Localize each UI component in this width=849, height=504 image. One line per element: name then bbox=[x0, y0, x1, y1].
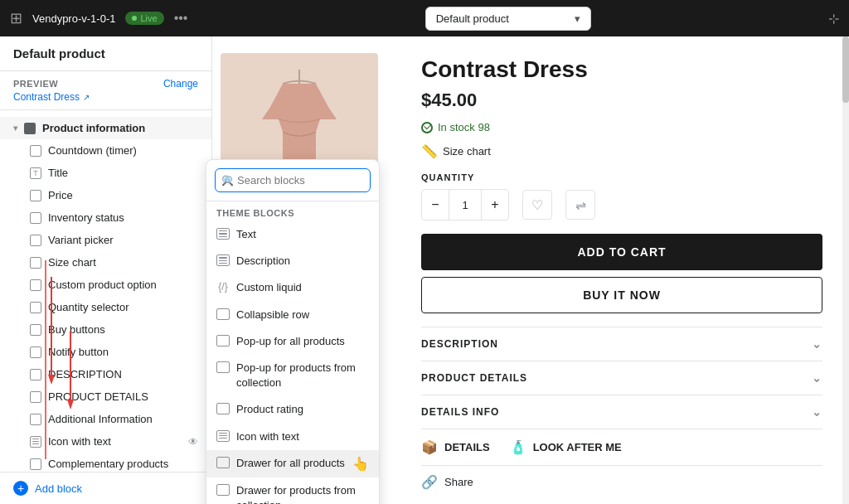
wishlist-button[interactable]: ♡ bbox=[522, 190, 552, 220]
preview-section: PREVIEW Change Contrast Dress ↗ bbox=[0, 71, 211, 110]
item-label: Text bbox=[236, 227, 369, 242]
bracket-icon bbox=[30, 346, 41, 358]
bracket-icon bbox=[30, 190, 41, 201]
sidebar-item-description[interactable]: DESCRIPTION bbox=[0, 363, 211, 385]
look-after-link[interactable]: 🧴 LOOK AFTER ME bbox=[510, 439, 622, 455]
topbar-center: Default product ▾ bbox=[197, 7, 818, 31]
sidebar-item-price[interactable]: Price bbox=[0, 184, 211, 206]
sidebar-item-icon-text[interactable]: Icon with text 👁 bbox=[0, 430, 211, 453]
scroll-indicator[interactable] bbox=[842, 36, 849, 504]
theme-blocks-label: THEME BLOCKS bbox=[206, 201, 379, 221]
dropdown-item-collapsible[interactable]: Collapsible row bbox=[206, 302, 379, 328]
bracket-icon bbox=[216, 403, 230, 414]
sidebar-item-label: DESCRIPTION bbox=[48, 368, 122, 380]
preview-link[interactable]: Contrast Dress ↗ bbox=[13, 91, 198, 103]
details-link[interactable]: 📦 DETAILS bbox=[421, 439, 490, 455]
dropdown-item-custom-liquid[interactable]: {/} Custom liquid bbox=[206, 274, 379, 301]
plus-icon: + bbox=[13, 481, 28, 496]
sidebar-item-label: Custom product option bbox=[48, 279, 157, 291]
topbar: ⊞ Vendypro-v-1-0-1 Live ••• Default prod… bbox=[0, 0, 849, 36]
grid-icon[interactable]: ⊞ bbox=[10, 9, 22, 27]
item-label: Pop-up for products from collection bbox=[236, 361, 369, 390]
lines-icon bbox=[216, 430, 230, 442]
share-icon: 🔗 bbox=[421, 474, 438, 490]
description-accordion: DESCRIPTION ⌄ bbox=[421, 327, 822, 361]
quantity-row: − 1 + ♡ ⇌ bbox=[421, 189, 822, 220]
preview-change-button[interactable]: Change bbox=[163, 78, 198, 90]
bracket-icon bbox=[30, 279, 41, 291]
sidebar-item-size-chart[interactable]: Size chart bbox=[0, 251, 211, 274]
more-dots[interactable]: ••• bbox=[174, 11, 188, 26]
search-blocks-input[interactable] bbox=[215, 168, 371, 192]
sidebar: Default product PREVIEW Change Contrast … bbox=[0, 36, 212, 504]
quantity-value: 1 bbox=[449, 190, 482, 220]
sidebar-item-complementary[interactable]: Complementary products bbox=[0, 453, 211, 472]
sidebar-item-label: PRODUCT DETAILS bbox=[48, 390, 148, 403]
sidebar-item-additional-info[interactable]: Additional Information bbox=[0, 408, 211, 430]
sidebar-item-countdown[interactable]: Countdown (timer) bbox=[0, 139, 211, 162]
item-label: Custom liquid bbox=[236, 280, 369, 295]
sidebar-item-inventory[interactable]: Inventory status bbox=[0, 206, 211, 229]
product-details-accordion-header[interactable]: PRODUCT DETAILS ⌄ bbox=[421, 361, 822, 395]
scroll-thumb[interactable] bbox=[842, 36, 849, 103]
stock-indicator bbox=[421, 122, 433, 133]
item-label: Product rating bbox=[236, 402, 369, 417]
details-info-accordion-header[interactable]: DETAILS INFO ⌄ bbox=[421, 395, 822, 429]
cursor-icon[interactable]: ⊹ bbox=[828, 11, 839, 27]
sidebar-item-product-information[interactable]: ▾ Product information bbox=[0, 117, 211, 139]
sidebar-item-variant[interactable]: Variant picker bbox=[0, 229, 211, 251]
bracket-icon bbox=[30, 302, 41, 313]
compare-button[interactable]: ⇌ bbox=[565, 190, 595, 220]
visibility-icon[interactable]: 👁 bbox=[188, 436, 198, 448]
sidebar-item-buy-buttons[interactable]: Buy buttons bbox=[0, 318, 211, 341]
dropdown-item-text[interactable]: Text bbox=[206, 221, 379, 248]
add-to-cart-button[interactable]: ADD TO CART bbox=[421, 234, 822, 270]
dropdown-item-drawer-collection[interactable]: Drawer for products from collection bbox=[206, 477, 379, 504]
description-accordion-header[interactable]: DESCRIPTION ⌄ bbox=[421, 327, 822, 361]
dropdown-item-description[interactable]: Description bbox=[206, 248, 379, 274]
sidebar-item-notify[interactable]: Notify button bbox=[0, 341, 211, 363]
bracket-icon bbox=[216, 335, 230, 346]
bracket-icon bbox=[216, 308, 230, 320]
sidebar-item-product-details[interactable]: PRODUCT DETAILS bbox=[0, 385, 211, 408]
product-title: Contrast Dress bbox=[421, 56, 822, 83]
size-chart-link[interactable]: 📏 Size chart bbox=[421, 143, 822, 159]
sidebar-item-label: Notify button bbox=[48, 346, 109, 358]
buy-it-now-button[interactable]: BUY IT NOW bbox=[421, 277, 822, 313]
T-icon: T bbox=[30, 167, 41, 179]
sidebar-item-label: Size chart bbox=[48, 256, 96, 269]
bracket-icon bbox=[30, 235, 41, 246]
product-info-panel: Contrast Dress $45.00 In stock 98 📏 Size… bbox=[395, 36, 849, 504]
sidebar-item-custom-option[interactable]: Custom product option bbox=[0, 274, 211, 296]
add-block-button[interactable]: + Add block bbox=[0, 472, 211, 504]
quantity-selector: − 1 + bbox=[421, 189, 509, 220]
sidebar-item-label: Countdown (timer) bbox=[48, 144, 137, 157]
dropdown-item-popup-all[interactable]: Pop-up for all products bbox=[206, 328, 379, 355]
sidebar-item-label: Title bbox=[48, 167, 68, 179]
bracket-icon bbox=[216, 361, 230, 373]
bracket-icon bbox=[216, 484, 230, 496]
share-row[interactable]: 🔗 Share bbox=[421, 465, 822, 498]
quantity-increase-button[interactable]: + bbox=[482, 190, 508, 220]
main-layout: Default product PREVIEW Change Contrast … bbox=[0, 36, 849, 504]
section-icon-filled bbox=[24, 123, 36, 134]
live-badge: Live bbox=[125, 12, 163, 25]
quantity-decrease-button[interactable]: − bbox=[422, 190, 449, 220]
item-label: Pop-up for all products bbox=[236, 334, 369, 349]
product-stock-status: In stock 98 bbox=[421, 121, 822, 133]
sidebar-item-title[interactable]: T Title bbox=[0, 162, 211, 184]
sidebar-item-quantity[interactable]: Quantity selector bbox=[0, 296, 211, 318]
bracket-icon bbox=[30, 369, 41, 380]
dropdown-item-drawer-all[interactable]: Drawer for all products 👆 bbox=[206, 450, 379, 477]
add-block-label: Add block bbox=[35, 482, 82, 495]
dropdown-item-icon-text[interactable]: Icon with text bbox=[206, 424, 379, 450]
compare-icon: ⇌ bbox=[575, 197, 586, 213]
dropdown-item-product-rating[interactable]: Product rating bbox=[206, 396, 379, 423]
lines-icon bbox=[216, 254, 230, 266]
sidebar-item-label: Price bbox=[48, 189, 73, 201]
search-icon-wrap: 🔍 bbox=[215, 168, 371, 192]
store-name: Vendypro-v-1-0-1 bbox=[32, 12, 115, 25]
product-select-dropdown[interactable]: Default product ▾ bbox=[425, 7, 591, 31]
dropdown-item-popup-collection[interactable]: Pop-up for products from collection bbox=[206, 355, 379, 396]
blocks-dropdown: 🔍 THEME BLOCKS Text Description {/} Cust… bbox=[206, 159, 380, 504]
